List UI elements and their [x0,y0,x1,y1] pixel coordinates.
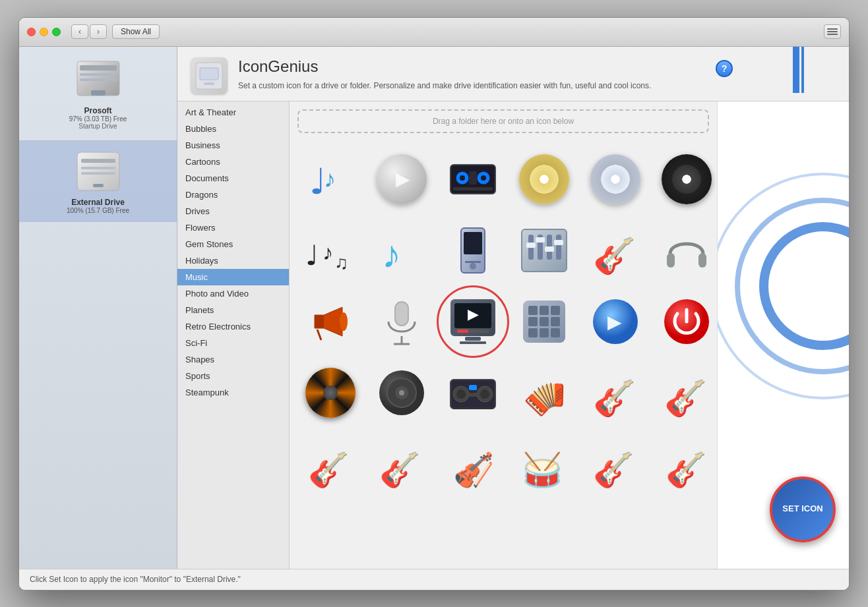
svg-rect-55 [465,337,481,341]
svg-rect-62 [540,317,549,326]
help-button[interactable]: ? [716,60,733,77]
main-window: ‹ › Show All [18,17,850,591]
svg-rect-80 [469,393,477,397]
icon-cell-play-blue[interactable]: ▶ [582,289,648,355]
category-item-dragons[interactable]: Dragons [177,187,289,203]
vinyl-center [323,386,338,400]
category-item-music[interactable]: Music [177,269,289,285]
category-item-gem-stones[interactable]: Gem Stones [177,236,289,252]
category-item-drives[interactable]: Drives [177,203,289,219]
category-item-photo-video[interactable]: Photo and Video [177,285,289,302]
titlebar: ‹ › Show All [19,18,849,47]
icon-cell-cassette[interactable] [440,146,506,212]
list-lines-icon [827,28,838,35]
icon-cell-music-note-blue[interactable]: ♩ ♪ [297,146,363,212]
category-item-sports[interactable]: Sports [177,368,289,384]
svg-rect-58 [528,306,538,315]
svg-text:🎸: 🎸 [379,450,421,490]
category-item-art-theater[interactable]: Art & Theater [177,104,289,121]
traffic-lights [27,28,61,36]
app-icon [191,57,228,94]
toolbar-right [824,24,841,39]
icon-cell-boombox[interactable] [440,360,506,426]
svg-text:▶: ▶ [607,312,622,332]
svg-point-30 [470,263,476,270]
icon-cell-megaphone[interactable] [297,289,363,355]
icon-cell-headphones[interactable] [654,217,717,283]
svg-rect-61 [528,317,538,326]
icon-cell-guitar-blue[interactable]: 🎸 [654,360,717,426]
app-description: Set a custom icon for a drive or folder.… [238,80,705,92]
category-item-business[interactable]: Business [177,137,289,154]
svg-text:♪: ♪ [323,241,333,264]
svg-rect-43 [698,253,706,268]
svg-text:♩: ♩ [305,240,319,271]
icon-cell-power-red[interactable] [654,289,717,355]
status-bar: Click Set Icon to apply the icon "Monito… [19,569,849,590]
icon-cell-guitar-elec2[interactable]: 🎸 [369,431,435,497]
minimize-button[interactable] [40,28,48,36]
deco-panel: SET ICON [717,101,849,569]
icon-cell-keypad[interactable] [511,289,577,355]
set-icon-button[interactable]: SET ICON [770,477,836,542]
icon-cell-cd-silver[interactable] [582,146,648,212]
icon-cell-mobile-phone[interactable] [440,217,506,283]
icon-cell-notes-black[interactable]: ♩ ♪ ♫ [297,217,363,283]
category-item-sci-fi[interactable]: Sci-Fi [177,335,289,351]
icon-cell-guitar-acoustic[interactable]: 🎸 [654,431,717,497]
icon-cell-microphone[interactable] [369,289,435,355]
app-header: IconGenius Set a custom icon for a drive… [177,47,849,101]
svg-rect-59 [540,306,549,315]
category-list: Art & TheaterBubblesBusinessCartoonsDocu… [177,101,290,569]
svg-rect-23 [453,187,493,190]
category-item-cartoons[interactable]: Cartoons [177,154,289,170]
maximize-button[interactable] [52,28,61,36]
svg-text:♪: ♪ [324,165,336,192]
right-panel: IconGenius Set a custom icon for a drive… [177,47,849,569]
svg-point-91 [764,227,849,345]
category-item-retro-electronics[interactable]: Retro Electronics [177,318,289,335]
icon-cell-cd-dark[interactable] [654,146,717,212]
icon-cell-guitar-red[interactable]: 🎸 [582,217,648,283]
icon-cell-violin[interactable]: 🎻 [440,431,506,497]
icon-cell-vinyl[interactable] [297,360,363,426]
external-drive-item[interactable]: External Drive 100% (15.7 GB) Free [19,141,177,222]
svg-point-73 [399,390,404,395]
icon-cell-guitar-elec3[interactable]: 🎸 [582,431,648,497]
icon-cell-speaker-round[interactable] [369,360,435,426]
category-item-steampunk[interactable]: Steampunk [177,384,289,401]
icon-cell-guitar-elec1[interactable]: 🎸 [297,431,363,497]
close-button[interactable] [27,28,36,36]
icon-cell-accordion[interactable]: 🪗 [511,360,577,426]
app-title: IconGenius [238,57,705,76]
category-item-flowers[interactable]: Flowers [177,219,289,236]
category-item-bubbles[interactable]: Bubbles [177,121,289,137]
list-view-button[interactable] [824,24,841,39]
icon-cell-play-silver[interactable] [369,146,435,212]
icon-cell-mixer[interactable] [511,217,577,283]
category-item-planets[interactable]: Planets [177,302,289,318]
category-item-holidays[interactable]: Holidays [177,252,289,269]
svg-rect-6 [81,159,115,163]
icons-grid: ♩ ♪ [290,141,717,569]
icon-cell-guitar-black[interactable]: 🎸 [582,360,648,426]
svg-text:▶: ▶ [468,306,479,322]
show-all-button[interactable]: Show All [112,24,160,39]
svg-rect-65 [540,328,549,337]
forward-button[interactable]: › [90,24,107,39]
category-item-documents[interactable]: Documents [177,170,289,187]
svg-text:🎸: 🎸 [593,235,636,276]
list-line-2 [827,31,838,32]
icon-cell-monitor[interactable]: ▶ [440,289,506,355]
icon-cell-note-single-blue[interactable]: ♪ [369,217,435,283]
startup-drive-item[interactable]: Prosoft 97% (3.03 TB) Free Startup Drive [19,47,177,141]
icon-cell-drums[interactable]: 🥁 [511,431,577,497]
drop-zone[interactable]: Drag a folder here or onto an icon below [297,109,709,133]
svg-point-20 [460,175,465,181]
svg-rect-81 [453,407,493,409]
svg-point-21 [481,175,486,181]
category-item-shapes[interactable]: Shapes [177,351,289,368]
app-title-area: IconGenius Set a custom icon for a drive… [238,57,705,92]
icon-cell-cd-gold[interactable] [511,146,577,212]
back-button[interactable]: ‹ [71,24,88,39]
